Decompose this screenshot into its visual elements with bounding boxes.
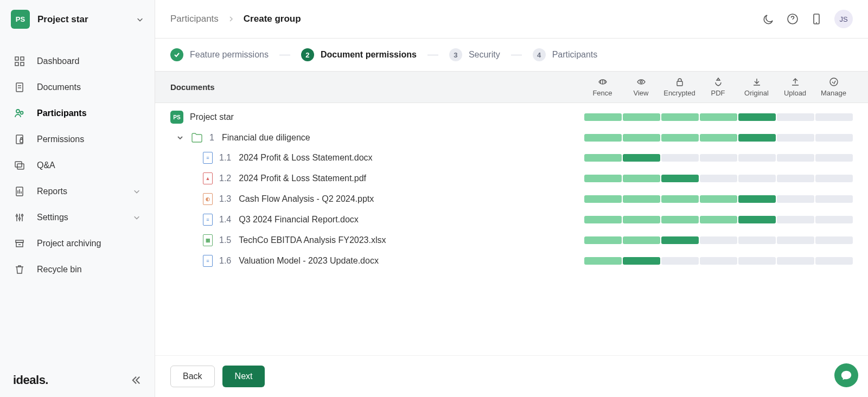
permission-segment[interactable]	[738, 134, 776, 142]
permission-segment[interactable]	[584, 134, 622, 142]
permission-segment[interactable]	[738, 195, 776, 203]
column-header-fence[interactable]: Fence	[583, 77, 622, 97]
column-header-upload[interactable]: Upload	[776, 77, 814, 97]
permission-bar[interactable]	[584, 216, 853, 223]
permission-segment[interactable]	[777, 154, 814, 162]
help-button[interactable]	[787, 13, 799, 25]
permission-segment[interactable]	[623, 154, 660, 162]
permission-segment[interactable]	[584, 236, 622, 244]
permission-segment[interactable]	[700, 113, 737, 121]
back-button[interactable]: Back	[170, 366, 215, 387]
permission-segment[interactable]	[777, 134, 814, 142]
column-header-view[interactable]: View	[622, 77, 660, 97]
sidebar-item-recycle[interactable]: Recycle bin	[0, 257, 155, 283]
tree-file-row[interactable]: ▦1.5TechCo EBITDA Analysis FY2023.xlsx	[155, 230, 868, 251]
tree-file-row[interactable]: ≡1.6Valuation Model - 2023 Update.docx	[155, 251, 868, 271]
permission-segment[interactable]	[815, 113, 853, 121]
tree-file-row[interactable]: ≡1.4Q3 2024 Financial Report.docx	[155, 209, 868, 230]
permission-bar[interactable]	[584, 236, 853, 244]
tree-file-row[interactable]: ▲1.22024 Profit & Loss Statement.pdf	[155, 168, 868, 189]
permission-segment[interactable]	[623, 216, 660, 223]
permission-segment[interactable]	[700, 195, 737, 203]
column-header-manage[interactable]: Manage	[814, 77, 853, 97]
permission-segment[interactable]	[738, 216, 776, 223]
permission-segment[interactable]	[777, 236, 814, 244]
permission-segment[interactable]	[777, 175, 814, 182]
permission-segment[interactable]	[815, 154, 853, 162]
sidebar-item-dashboard[interactable]: Dashboard	[0, 48, 155, 74]
sidebar-item-permissions[interactable]: Permissions	[0, 126, 155, 152]
project-selector[interactable]: PS Project star	[0, 0, 155, 39]
permission-segment[interactable]	[700, 257, 737, 265]
chat-support-button[interactable]	[834, 363, 858, 387]
permission-segment[interactable]	[623, 113, 660, 121]
permission-segment[interactable]	[661, 175, 699, 182]
permission-segment[interactable]	[661, 154, 699, 162]
permission-segment[interactable]	[777, 195, 814, 203]
column-header-encrypted[interactable]: Encrypted	[660, 77, 699, 97]
permission-segment[interactable]	[661, 257, 699, 265]
permission-segment[interactable]	[584, 216, 622, 223]
permission-segment[interactable]	[777, 216, 814, 223]
permission-segment[interactable]	[661, 134, 699, 142]
permission-segment[interactable]	[584, 195, 622, 203]
permission-segment[interactable]	[661, 216, 699, 223]
permission-segment[interactable]	[815, 195, 853, 203]
step-security[interactable]: 3 Security	[449, 48, 500, 61]
permission-segment[interactable]	[815, 134, 853, 142]
column-header-pdf[interactable]: PDF	[699, 77, 737, 97]
permission-bar[interactable]	[584, 195, 853, 203]
tree-folder-row[interactable]: 1 Financial due diligence	[155, 128, 868, 148]
permission-bar[interactable]	[584, 113, 853, 121]
permission-segment[interactable]	[738, 113, 776, 121]
permission-segment[interactable]	[815, 175, 853, 182]
sidebar-item-documents[interactable]: Documents	[0, 74, 155, 100]
permission-segment[interactable]	[815, 216, 853, 223]
step-participants[interactable]: 4 Participants	[533, 48, 598, 61]
step-document-permissions[interactable]: 2 Document permissions	[301, 48, 417, 61]
permission-segment[interactable]	[584, 257, 622, 265]
sidebar-item-participants[interactable]: Participants	[0, 100, 155, 126]
permission-segment[interactable]	[815, 257, 853, 265]
permission-segment[interactable]	[584, 175, 622, 182]
permission-segment[interactable]	[623, 175, 660, 182]
tree-file-row[interactable]: ≡1.12024 Profit & Loss Statement.docx	[155, 148, 868, 168]
permission-segment[interactable]	[584, 113, 622, 121]
sidebar-item-archiving[interactable]: Project archiving	[0, 230, 155, 257]
permission-segment[interactable]	[815, 236, 853, 244]
permission-bar[interactable]	[584, 134, 853, 142]
next-button[interactable]: Next	[222, 366, 265, 387]
collapse-sidebar-button[interactable]	[131, 375, 142, 386]
permission-segment[interactable]	[623, 236, 660, 244]
permission-segment[interactable]	[623, 134, 660, 142]
device-button[interactable]	[810, 13, 822, 25]
tree-file-row[interactable]: ◐1.3Cash Flow Analysis - Q2 2024.pptx	[155, 189, 868, 209]
permission-segment[interactable]	[738, 257, 776, 265]
permission-segment[interactable]	[661, 195, 699, 203]
permission-segment[interactable]	[738, 154, 776, 162]
permission-segment[interactable]	[777, 113, 814, 121]
column-header-original[interactable]: Original	[737, 77, 776, 97]
permission-segment[interactable]	[700, 236, 737, 244]
permission-bar[interactable]	[584, 175, 853, 182]
breadcrumb-parent[interactable]: Participants	[170, 14, 219, 24]
tree-root-row[interactable]: PS Project star	[155, 106, 868, 128]
permission-segment[interactable]	[623, 195, 660, 203]
expand-toggle[interactable]	[176, 133, 184, 142]
permission-segment[interactable]	[700, 154, 737, 162]
permission-segment[interactable]	[700, 175, 737, 182]
permission-segment[interactable]	[661, 113, 699, 121]
sidebar-item-reports[interactable]: Reports	[0, 178, 155, 204]
permission-segment[interactable]	[584, 154, 622, 162]
permission-bar[interactable]	[584, 154, 853, 162]
permission-bar[interactable]	[584, 257, 853, 265]
permission-segment[interactable]	[661, 236, 699, 244]
permission-segment[interactable]	[738, 236, 776, 244]
sidebar-item-qa[interactable]: Q&A	[0, 152, 155, 178]
permission-segment[interactable]	[700, 134, 737, 142]
step-feature-permissions[interactable]: Feature permissions	[170, 48, 269, 61]
permission-segment[interactable]	[700, 216, 737, 223]
permission-segment[interactable]	[738, 175, 776, 182]
permission-segment[interactable]	[623, 257, 660, 265]
permission-segment[interactable]	[777, 257, 814, 265]
